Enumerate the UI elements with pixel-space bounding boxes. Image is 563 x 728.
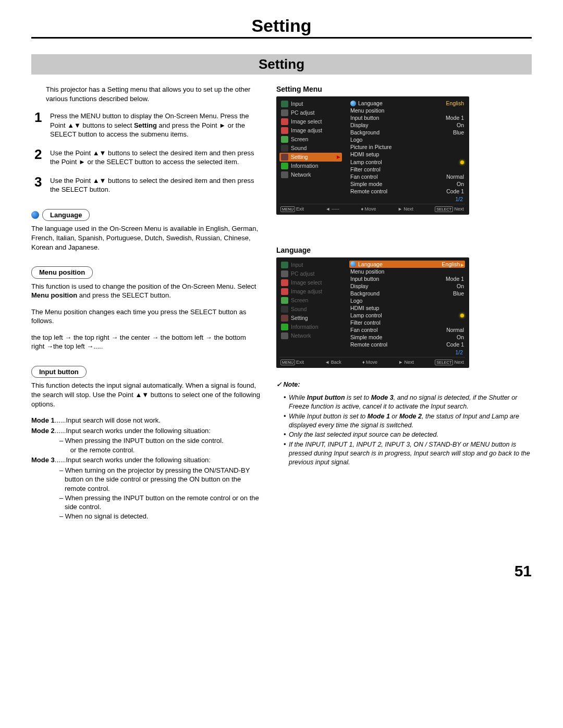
note-item: If the INPUT, INPUT 1, INPUT 2, INPUT 3,… (289, 440, 532, 467)
nav-network: Network (291, 332, 311, 339)
mode-3-sub1: – When turning on the projector by press… (65, 466, 261, 493)
language-pill: Language (42, 209, 90, 221)
language-heading: Language (276, 246, 532, 254)
val-display: On (457, 283, 464, 289)
row-display: Display (350, 122, 368, 128)
nav-pc-adjust: PC adjust (291, 109, 315, 116)
step-number: 2 (34, 147, 50, 167)
row-simple: Simple mode (350, 181, 382, 187)
input-icon (281, 101, 288, 107)
input-button-pill: Input button (31, 366, 87, 378)
nav-image-adjust: Image adjust (291, 288, 322, 294)
row-remote: Remote control (350, 341, 387, 348)
page-indicator: 1/2 (349, 195, 465, 202)
page-title: Setting (31, 16, 532, 36)
nav-input: Input (291, 101, 303, 107)
nav-setting: Setting (291, 315, 308, 321)
mode-list: Mode 1......Input search will dose not w… (31, 416, 261, 521)
val-input-button: Mode 1 (446, 276, 464, 282)
info-icon (281, 324, 288, 330)
val-simple: On (457, 181, 464, 187)
lamp-icon (460, 314, 464, 317)
row-language-hl: Language (358, 261, 383, 267)
mode-1-text: ......Input search will dose not work. (55, 416, 161, 424)
image-select-icon (281, 118, 288, 125)
row-lamp: Lamp control (350, 312, 382, 318)
row-display: Display (350, 283, 368, 289)
note-block: ✓ Note: •While Input button is set to Mo… (276, 380, 532, 467)
nav-information: Information (291, 324, 319, 330)
image-adjust-icon (281, 127, 288, 134)
nav-sound: Sound (291, 306, 307, 312)
row-fan: Fan control (350, 327, 378, 333)
page-number: 51 (31, 562, 532, 580)
val-background: Blue (453, 129, 464, 135)
page-indicator: 1/2 (349, 348, 465, 355)
val-display: On (457, 122, 464, 128)
mode-2-label: Mode 2 (31, 427, 55, 435)
mode-3-sub3: – When no signal is detected. (65, 512, 261, 521)
row-background: Background (350, 290, 380, 297)
step-text: Use the Point ▲▼ buttons to select the d… (50, 175, 261, 194)
nav-pc-adjust: PC adjust (291, 270, 315, 277)
setting-menu-screenshot: Input PC adjust Image select Image adjus… (276, 96, 469, 215)
mode-2-text: ......Input search works under the follo… (55, 427, 211, 435)
intro-text: This projector has a Setting menu that a… (46, 85, 261, 103)
triangle-icon: ▶ (461, 263, 464, 267)
val-remote: Code 1 (446, 341, 464, 348)
row-hdmi: HDMI setup (350, 151, 379, 157)
mode-1-label: Mode 1 (31, 416, 55, 424)
input-icon (281, 262, 288, 268)
step-1: 1 Press the MENU button to display the O… (34, 110, 261, 139)
language-menu-screenshot: Input PC adjust Image select Image adjus… (276, 257, 469, 368)
mode-3-label: Mode 3 (31, 456, 55, 464)
setting-menu-heading: Setting Menu (276, 85, 532, 93)
nav-image-adjust: Image adjust (291, 127, 322, 133)
menu-footer: MENUExit ◄ ----- ♦ Move ► Next SELECTNex… (279, 204, 465, 214)
sound-icon (281, 306, 288, 313)
row-menu-position: Menu position (350, 268, 384, 275)
network-icon (281, 171, 288, 178)
note-item: While Input button is set to Mode 3, and… (289, 393, 532, 411)
step-text: Press the MENU button to display the On-… (50, 110, 261, 139)
nav-screen: Screen (291, 136, 308, 142)
section-heading: Setting (31, 54, 532, 75)
val-simple: On (457, 334, 464, 340)
nav-image-select: Image select (291, 279, 322, 286)
sound-icon (281, 145, 288, 152)
row-hdmi: HDMI setup (350, 305, 379, 311)
row-fan: Fan control (350, 174, 378, 180)
row-background: Background (350, 129, 380, 135)
mode-3-sub2: – When pressing the INPUT button on the … (65, 493, 261, 512)
globe-icon-small (350, 101, 356, 106)
triangle-icon: ▶ (337, 154, 340, 159)
val-language: English (446, 100, 464, 106)
note-item: While Input button is set to Mode 1 or M… (289, 412, 532, 430)
nav-setting: Setting (291, 154, 308, 160)
val-fan: Normal (446, 174, 464, 180)
lamp-icon (460, 161, 464, 164)
globe-icon-small (350, 261, 356, 267)
pc-icon (281, 109, 288, 116)
menu-position-flow: the top left → the top right → the cente… (31, 333, 261, 351)
mode-3-text: ......Input search works under the follo… (55, 456, 211, 464)
row-input-button: Input button (350, 276, 379, 282)
globe-icon (31, 211, 39, 219)
step-number: 1 (34, 110, 50, 139)
menu-position-pill: Menu position (31, 266, 93, 279)
step-2: 2 Use the Point ▲▼ buttons to select the… (34, 147, 261, 167)
row-language: Language (358, 100, 383, 106)
nav-information: Information (291, 163, 319, 169)
setting-icon (281, 154, 288, 161)
image-adjust-icon (281, 288, 288, 295)
language-paragraph: The language used in the On-Screen Menu … (31, 224, 261, 252)
input-button-paragraph: This function detects the input signal a… (31, 381, 261, 409)
setting-icon (281, 315, 288, 322)
title-rule (31, 37, 532, 39)
step-number: 3 (34, 175, 50, 194)
screen-icon (281, 136, 288, 143)
mode-2-sub: – When pressing the INPUT button on the … (65, 436, 261, 454)
row-filter: Filter control (350, 166, 381, 172)
pc-icon (281, 270, 288, 277)
image-select-icon (281, 279, 288, 286)
